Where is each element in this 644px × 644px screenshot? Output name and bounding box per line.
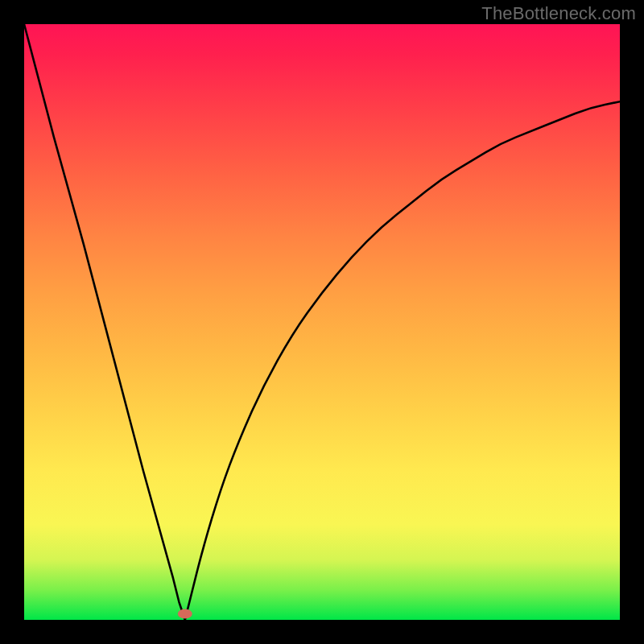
curve-group <box>24 24 620 620</box>
watermark-text: TheBottleneck.com <box>481 3 636 24</box>
plot-area <box>24 24 620 620</box>
curve-left-branch <box>24 24 185 620</box>
minimum-marker <box>178 609 192 619</box>
chart-frame: TheBottleneck.com <box>0 0 644 644</box>
curve-right-branch <box>185 101 620 620</box>
curve-svg <box>24 24 620 620</box>
